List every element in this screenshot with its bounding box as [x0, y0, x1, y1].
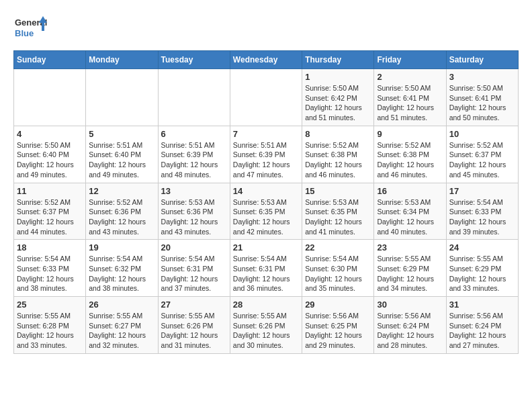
day-info: Sunrise: 5:50 AM Sunset: 6:40 PM Dayligh…	[17, 140, 83, 180]
day-number: 17	[449, 186, 515, 196]
calendar-cell: 22Sunrise: 5:54 AM Sunset: 6:30 PM Dayli…	[302, 240, 374, 297]
calendar-cell: 7Sunrise: 5:51 AM Sunset: 6:39 PM Daylig…	[230, 126, 302, 183]
calendar-cell: 20Sunrise: 5:54 AM Sunset: 6:31 PM Dayli…	[158, 240, 230, 297]
calendar-cell	[230, 69, 302, 126]
calendar-cell: 4Sunrise: 5:50 AM Sunset: 6:40 PM Daylig…	[14, 126, 86, 183]
calendar-cell: 24Sunrise: 5:55 AM Sunset: 6:29 PM Dayli…	[446, 240, 518, 297]
day-info: Sunrise: 5:56 AM Sunset: 6:24 PM Dayligh…	[449, 311, 515, 351]
day-number: 23	[377, 242, 443, 253]
calendar-cell: 3Sunrise: 5:50 AM Sunset: 6:41 PM Daylig…	[446, 69, 518, 126]
calendar-cell: 23Sunrise: 5:55 AM Sunset: 6:29 PM Dayli…	[374, 240, 446, 297]
day-number: 14	[233, 186, 299, 196]
calendar-cell: 28Sunrise: 5:55 AM Sunset: 6:26 PM Dayli…	[230, 297, 302, 354]
day-info: Sunrise: 5:51 AM Sunset: 6:39 PM Dayligh…	[161, 140, 227, 180]
calendar-day-header: Friday	[374, 51, 446, 69]
day-number: 22	[305, 242, 371, 253]
day-info: Sunrise: 5:53 AM Sunset: 6:34 PM Dayligh…	[377, 197, 443, 237]
page-header: General Blue	[13, 13, 519, 44]
day-info: Sunrise: 5:55 AM Sunset: 6:27 PM Dayligh…	[89, 311, 154, 351]
day-info: Sunrise: 5:54 AM Sunset: 6:33 PM Dayligh…	[449, 197, 515, 237]
day-number: 7	[233, 129, 299, 139]
calendar-cell	[14, 69, 86, 126]
day-number: 10	[449, 129, 515, 139]
day-number: 30	[377, 300, 443, 310]
day-info: Sunrise: 5:54 AM Sunset: 6:31 PM Dayligh…	[233, 254, 299, 293]
day-info: Sunrise: 5:53 AM Sunset: 6:35 PM Dayligh…	[233, 197, 299, 237]
calendar-cell: 10Sunrise: 5:52 AM Sunset: 6:37 PM Dayli…	[446, 126, 518, 183]
day-number: 24	[449, 242, 515, 253]
calendar-cell: 18Sunrise: 5:54 AM Sunset: 6:33 PM Dayli…	[14, 240, 86, 297]
calendar-table: SundayMondayTuesdayWednesdayThursdayFrid…	[13, 50, 519, 354]
day-info: Sunrise: 5:52 AM Sunset: 6:37 PM Dayligh…	[17, 197, 83, 237]
day-number: 4	[17, 129, 83, 139]
logo-svg: General Blue	[13, 13, 47, 44]
day-number: 28	[233, 300, 299, 310]
calendar-cell: 5Sunrise: 5:51 AM Sunset: 6:40 PM Daylig…	[86, 126, 158, 183]
day-info: Sunrise: 5:54 AM Sunset: 6:30 PM Dayligh…	[305, 254, 371, 293]
day-info: Sunrise: 5:53 AM Sunset: 6:35 PM Dayligh…	[305, 197, 371, 237]
svg-text:Blue: Blue	[15, 28, 34, 38]
day-number: 5	[89, 129, 154, 139]
day-info: Sunrise: 5:54 AM Sunset: 6:31 PM Dayligh…	[161, 254, 227, 293]
day-info: Sunrise: 5:52 AM Sunset: 6:37 PM Dayligh…	[449, 140, 515, 180]
day-number: 16	[377, 186, 443, 196]
calendar-cell: 30Sunrise: 5:56 AM Sunset: 6:24 PM Dayli…	[374, 297, 446, 354]
calendar-header-row: SundayMondayTuesdayWednesdayThursdayFrid…	[14, 51, 519, 69]
calendar-day-header: Monday	[86, 51, 158, 69]
calendar-week-row: 11Sunrise: 5:52 AM Sunset: 6:37 PM Dayli…	[14, 183, 519, 240]
day-number: 2	[377, 72, 443, 82]
calendar-cell: 2Sunrise: 5:50 AM Sunset: 6:41 PM Daylig…	[374, 69, 446, 126]
day-number: 9	[377, 129, 443, 139]
day-info: Sunrise: 5:52 AM Sunset: 6:38 PM Dayligh…	[305, 140, 371, 180]
day-info: Sunrise: 5:51 AM Sunset: 6:39 PM Dayligh…	[233, 140, 299, 180]
calendar-cell: 12Sunrise: 5:52 AM Sunset: 6:36 PM Dayli…	[86, 183, 158, 240]
day-number: 31	[449, 300, 515, 310]
day-info: Sunrise: 5:54 AM Sunset: 6:32 PM Dayligh…	[89, 254, 154, 293]
calendar-cell: 14Sunrise: 5:53 AM Sunset: 6:35 PM Dayli…	[230, 183, 302, 240]
day-info: Sunrise: 5:50 AM Sunset: 6:41 PM Dayligh…	[449, 83, 515, 123]
day-info: Sunrise: 5:55 AM Sunset: 6:28 PM Dayligh…	[17, 311, 83, 351]
day-number: 26	[89, 300, 154, 310]
day-number: 18	[17, 242, 83, 253]
calendar-cell: 6Sunrise: 5:51 AM Sunset: 6:39 PM Daylig…	[158, 126, 230, 183]
day-number: 25	[17, 300, 83, 310]
day-info: Sunrise: 5:51 AM Sunset: 6:40 PM Dayligh…	[89, 140, 154, 180]
day-number: 27	[161, 300, 227, 310]
calendar-cell: 11Sunrise: 5:52 AM Sunset: 6:37 PM Dayli…	[14, 183, 86, 240]
calendar-cell	[158, 69, 230, 126]
calendar-cell: 17Sunrise: 5:54 AM Sunset: 6:33 PM Dayli…	[446, 183, 518, 240]
day-info: Sunrise: 5:55 AM Sunset: 6:29 PM Dayligh…	[377, 254, 443, 293]
day-number: 21	[233, 242, 299, 253]
calendar-day-header: Thursday	[302, 51, 374, 69]
calendar-cell	[86, 69, 158, 126]
calendar-cell: 29Sunrise: 5:56 AM Sunset: 6:25 PM Dayli…	[302, 297, 374, 354]
day-number: 8	[305, 129, 371, 139]
day-number: 3	[449, 72, 515, 82]
day-info: Sunrise: 5:55 AM Sunset: 6:26 PM Dayligh…	[161, 311, 227, 351]
calendar-cell: 9Sunrise: 5:52 AM Sunset: 6:38 PM Daylig…	[374, 126, 446, 183]
logo: General Blue	[13, 13, 47, 44]
day-number: 15	[305, 186, 371, 196]
day-info: Sunrise: 5:50 AM Sunset: 6:42 PM Dayligh…	[305, 83, 371, 123]
calendar-cell: 1Sunrise: 5:50 AM Sunset: 6:42 PM Daylig…	[302, 69, 374, 126]
calendar-cell: 27Sunrise: 5:55 AM Sunset: 6:26 PM Dayli…	[158, 297, 230, 354]
day-number: 11	[17, 186, 83, 196]
calendar-body: 1Sunrise: 5:50 AM Sunset: 6:42 PM Daylig…	[14, 69, 519, 354]
day-number: 20	[161, 242, 227, 253]
calendar-day-header: Tuesday	[158, 51, 230, 69]
calendar-day-header: Sunday	[14, 51, 86, 69]
day-info: Sunrise: 5:52 AM Sunset: 6:36 PM Dayligh…	[89, 197, 154, 237]
day-info: Sunrise: 5:55 AM Sunset: 6:26 PM Dayligh…	[233, 311, 299, 351]
day-info: Sunrise: 5:56 AM Sunset: 6:25 PM Dayligh…	[305, 311, 371, 351]
day-info: Sunrise: 5:52 AM Sunset: 6:38 PM Dayligh…	[377, 140, 443, 180]
calendar-cell: 21Sunrise: 5:54 AM Sunset: 6:31 PM Dayli…	[230, 240, 302, 297]
day-number: 19	[89, 242, 154, 253]
calendar-week-row: 18Sunrise: 5:54 AM Sunset: 6:33 PM Dayli…	[14, 240, 519, 297]
calendar-cell: 19Sunrise: 5:54 AM Sunset: 6:32 PM Dayli…	[86, 240, 158, 297]
calendar-cell: 26Sunrise: 5:55 AM Sunset: 6:27 PM Dayli…	[86, 297, 158, 354]
day-number: 29	[305, 300, 371, 310]
day-info: Sunrise: 5:56 AM Sunset: 6:24 PM Dayligh…	[377, 311, 443, 351]
calendar-week-row: 25Sunrise: 5:55 AM Sunset: 6:28 PM Dayli…	[14, 297, 519, 354]
calendar-day-header: Wednesday	[230, 51, 302, 69]
calendar-week-row: 1Sunrise: 5:50 AM Sunset: 6:42 PM Daylig…	[14, 69, 519, 126]
